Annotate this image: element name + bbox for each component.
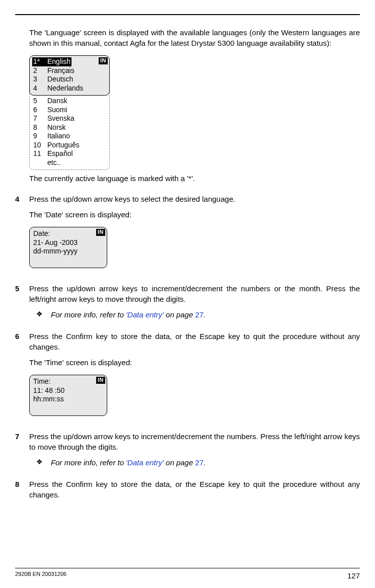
step-text: Press the Confirm key to store the data,… — [29, 479, 360, 500]
in-badge: IN — [99, 57, 108, 64]
lang-row: 3 Deutsch — [33, 75, 106, 84]
step-text: Press the up/down arrow keys to incremen… — [29, 431, 360, 452]
step-number: 8 — [15, 479, 22, 505]
step-number: 5 — [15, 283, 22, 321]
lang-row: 4 Nederlands — [33, 84, 106, 93]
step-follow: The 'Date' screen is displayed: — [29, 209, 360, 220]
step-text: Press the up/down arrow keys to incremen… — [29, 283, 360, 304]
step-text: Press the up/down arrow keys to select t… — [29, 194, 360, 204]
lang-row: 9 Italiano — [33, 132, 106, 141]
page-link[interactable]: 27 — [195, 458, 204, 467]
data-entry-link[interactable]: 'Data entry' — [126, 310, 164, 319]
lang-row: 10 Português — [33, 141, 106, 150]
lang-row: 8 Norsk — [33, 123, 106, 132]
after-lang-paragraph: The currently active language is marked … — [29, 173, 360, 184]
language-screen: IN 1* English 2 Français 3 Deutsch 4 Ned… — [29, 55, 110, 170]
step-number: 6 — [15, 331, 22, 421]
step-number: 4 — [15, 194, 22, 273]
step-text: Press the Confirm key to store the data,… — [29, 331, 360, 352]
footer-doc-id: 2920B EN 20031206 — [15, 570, 66, 581]
lang-row: 2 Français — [33, 66, 106, 75]
diamond-icon: ❖ — [36, 457, 43, 468]
hint-row: ❖ For more info, refer to 'Data entry' o… — [29, 457, 360, 468]
page-number: 127 — [347, 570, 360, 581]
data-entry-link[interactable]: 'Data entry' — [126, 458, 164, 467]
hint-row: ❖ For more info, refer to 'Data entry' o… — [29, 309, 360, 320]
lang-row: 5 Dansk — [33, 97, 106, 106]
page-link[interactable]: 27 — [195, 310, 204, 319]
date-screen: IN Date: 21- Aug -2003 dd-mmm-yyyy — [29, 227, 107, 268]
lang-row: 11 Español — [33, 149, 106, 158]
time-screen: IN Time: 11: 48 :50 hh:mm:ss — [29, 375, 107, 416]
intro-paragraph: The 'Language' screen is displayed with … — [29, 27, 360, 48]
lang-row: 7 Svenska — [33, 114, 106, 123]
in-badge: IN — [96, 229, 105, 236]
step-number: 7 — [15, 431, 22, 469]
diamond-icon: ❖ — [36, 309, 43, 320]
lang-row: 1* English — [32, 57, 71, 66]
in-badge: IN — [96, 377, 105, 384]
lang-row: etc.. — [33, 158, 106, 167]
step-follow: The 'Time' screen is displayed: — [29, 357, 360, 368]
lang-row: 6 Suomi — [33, 106, 106, 115]
